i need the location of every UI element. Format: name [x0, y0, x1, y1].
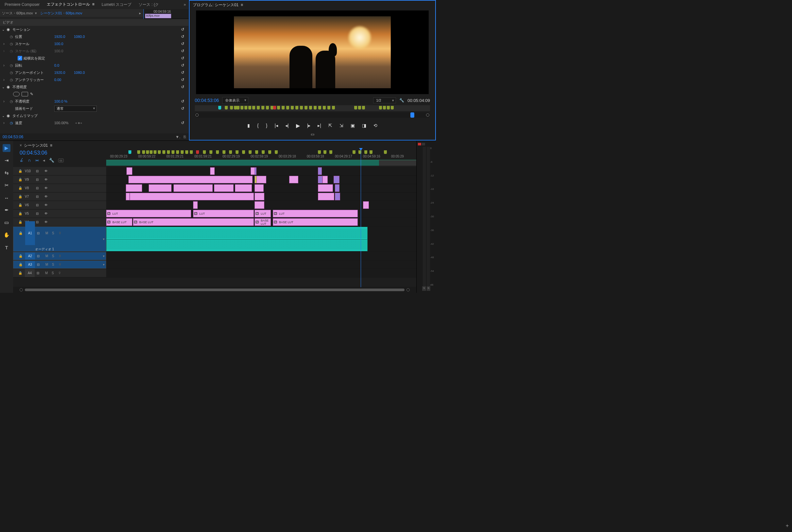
scale-value[interactable]: 100.0: [54, 42, 74, 46]
clip[interactable]: [254, 184, 264, 192]
position-x[interactable]: 1920.0: [54, 35, 74, 39]
clip[interactable]: [210, 167, 215, 175]
tab-source[interactable]: ソース : (ク: [135, 0, 162, 10]
audio-clip[interactable]: [106, 227, 368, 251]
solo-button[interactable]: S: [52, 231, 57, 235]
track-name[interactable]: V7: [25, 195, 34, 198]
toggle-effect-icon[interactable]: ◉: [6, 84, 13, 89]
track-name[interactable]: V6: [25, 203, 34, 207]
track-content[interactable]: [106, 226, 416, 252]
lock-icon[interactable]: 🔒: [18, 212, 23, 215]
ellipse-mask-icon[interactable]: [13, 92, 20, 96]
clip[interactable]: [335, 184, 340, 192]
twirl-timeremap[interactable]: ⌄: [2, 114, 6, 118]
clip[interactable]: [214, 184, 234, 192]
clip[interactable]: [254, 193, 264, 200]
safe-margins-icon[interactable]: ⟲: [373, 123, 378, 128]
record-icon[interactable]: 🎙: [58, 263, 64, 266]
reset-icon[interactable]: ↺: [179, 77, 186, 82]
settings-icon[interactable]: 🔧: [399, 98, 404, 102]
sync-lock-icon[interactable]: ⊟: [36, 195, 42, 198]
clip[interactable]: LUT: [193, 210, 254, 217]
reset-icon[interactable]: ↺: [179, 49, 186, 53]
lock-icon[interactable]: 🔒: [18, 186, 23, 190]
clip[interactable]: [127, 167, 132, 175]
track-content[interactable]: [106, 184, 416, 192]
anchor-x[interactable]: 1920.0: [54, 71, 74, 75]
clip[interactable]: LUT: [106, 210, 191, 217]
mute-button[interactable]: M: [45, 271, 50, 275]
out-point-icon[interactable]: }: [266, 123, 268, 128]
patch-icon[interactable]: A3: [25, 261, 35, 268]
solo-left[interactable]: S: [422, 286, 426, 291]
scrub-handle[interactable]: [410, 112, 414, 118]
clip[interactable]: [126, 184, 142, 192]
sync-lock-icon[interactable]: ⊟: [36, 220, 42, 224]
blend-mode-select[interactable]: 通常: [54, 106, 97, 112]
position-y[interactable]: 1080.0: [74, 35, 93, 39]
timeline-timecode[interactable]: 00:04:53:06: [20, 150, 106, 156]
clip[interactable]: [130, 193, 254, 200]
twirl-icon[interactable]: ›: [2, 41, 6, 46]
anchor-y[interactable]: 1080.0: [74, 71, 93, 75]
solo-button[interactable]: S: [52, 271, 56, 275]
timeline-scrollbar[interactable]: [13, 287, 416, 293]
sync-lock-icon[interactable]: ⊟: [36, 169, 42, 173]
patch-icon[interactable]: A2: [25, 253, 35, 260]
clip[interactable]: [126, 193, 130, 200]
play-icon[interactable]: ▶: [296, 122, 300, 129]
clip[interactable]: [363, 201, 369, 209]
track-content[interactable]: [106, 192, 416, 201]
clip[interactable]: [335, 193, 340, 200]
sync-lock-icon[interactable]: ⊟: [36, 186, 42, 190]
uniform-scale-checkbox[interactable]: ✓縦横比を固定: [18, 56, 45, 61]
clip[interactable]: [256, 176, 266, 183]
reset-icon[interactable]: ↺: [179, 99, 186, 103]
twirl-icon[interactable]: ›: [2, 120, 6, 125]
linked-sel-icon[interactable]: ⫘: [35, 158, 39, 163]
clip[interactable]: BASE LUT: [254, 218, 271, 226]
lock-icon[interactable]: 🔒: [18, 169, 23, 173]
playhead[interactable]: [361, 150, 361, 287]
toggle-track-icon[interactable]: 👁: [44, 203, 51, 207]
clip[interactable]: [149, 184, 172, 192]
secondary-display-icon[interactable]: ▭: [311, 132, 314, 140]
track-content[interactable]: [106, 261, 416, 269]
cc-icon[interactable]: cc: [58, 158, 64, 163]
scroll-thumb[interactable]: [25, 288, 405, 291]
scrub-out-left[interactable]: [195, 113, 199, 117]
track-select-tool-icon[interactable]: ⇥: [3, 156, 11, 164]
solo-right[interactable]: S: [427, 286, 430, 291]
clip[interactable]: [193, 201, 198, 209]
scrub-out-right[interactable]: [426, 113, 429, 117]
opacity-value[interactable]: 100.0 %: [54, 99, 74, 103]
ripple-tool-icon[interactable]: ⇆: [3, 169, 11, 177]
lock-icon[interactable]: 🔒: [18, 178, 23, 182]
twirl-icon[interactable]: ›: [2, 77, 6, 82]
toggle-track-icon[interactable]: 👁: [44, 186, 51, 190]
lock-icon[interactable]: 🔒: [18, 203, 23, 207]
pin-icon[interactable]: ⎘: [183, 135, 186, 139]
track-content[interactable]: BASE LUTBASE LUTBASE LUTBASE LUT: [106, 218, 416, 226]
program-scrubber[interactable]: [195, 112, 430, 118]
twirl-icon[interactable]: ›: [2, 99, 6, 103]
reset-icon[interactable]: ↺: [179, 56, 186, 60]
sync-lock-icon[interactable]: ⊟: [37, 271, 43, 275]
wrench-icon[interactable]: 🔧: [49, 158, 54, 163]
marker-tool-icon[interactable]: ◂: [43, 158, 45, 163]
sync-lock-icon[interactable]: ⊟: [37, 231, 43, 235]
slip-tool-icon[interactable]: ↔: [3, 194, 11, 202]
add-button-icon[interactable]: +: [786, 523, 789, 529]
snap-icon[interactable]: ⫝̸: [20, 158, 24, 163]
mini-clip[interactable]: 60fps.mov: [145, 14, 171, 18]
resolution-select[interactable]: 1/2: [373, 97, 396, 103]
stopwatch-icon[interactable]: ◷: [10, 71, 15, 75]
rotation-value[interactable]: 0.0: [54, 63, 74, 67]
clip[interactable]: [334, 176, 340, 183]
reset-icon[interactable]: ↺: [179, 84, 186, 89]
reset-icon[interactable]: ↺: [179, 34, 186, 39]
keyframe-nav[interactable]: ◂ ◆ ▸: [75, 121, 82, 125]
mute-button[interactable]: M: [45, 231, 50, 235]
clip[interactable]: [318, 193, 334, 200]
pen-tool-icon[interactable]: ✒: [3, 206, 11, 214]
